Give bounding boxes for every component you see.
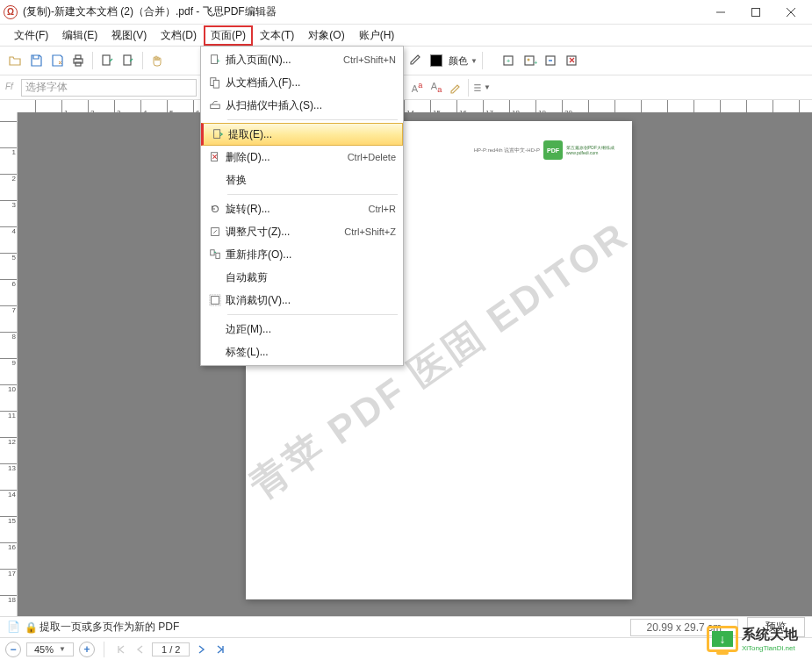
- menuitem-extract[interactable]: 提取(E)...: [201, 123, 403, 146]
- close-button[interactable]: [773, 0, 808, 25]
- hand-icon[interactable]: [147, 51, 167, 70]
- maximize-button[interactable]: [738, 0, 773, 25]
- menuitem-shortcut: Ctrl+Shift+N: [343, 54, 396, 65]
- svg-rect-23: [211, 104, 220, 108]
- insert-page-icon: +: [205, 54, 226, 66]
- menuitem-reorder[interactable]: 重新排序(O)...: [201, 243, 403, 266]
- status-hint: 提取一页或多页作为新的 PDF: [40, 620, 630, 635]
- svg-text:+: +: [217, 58, 220, 64]
- font-select[interactable]: 选择字体: [21, 79, 197, 97]
- page-header-text2: www.pdfedi.com: [566, 150, 614, 155]
- subscript-icon[interactable]: Aa: [427, 78, 446, 97]
- prev-page-button[interactable]: [133, 642, 148, 657]
- menuitem-resize[interactable]: 调整尺寸(Z)... Ctrl+Shift+Z: [201, 220, 403, 243]
- menuitem-uncrop[interactable]: 取消裁切(V)...: [201, 289, 403, 312]
- svg-rect-29: [212, 297, 219, 305]
- eyedropper-icon[interactable]: [405, 51, 424, 70]
- zoom-value-text: 45%: [34, 644, 54, 655]
- menu-edit[interactable]: 编辑(E): [55, 25, 104, 46]
- pdf-badge-icon: PDF: [543, 140, 563, 160]
- font-toolbar: Ff 选择字体 Aa Aa ▼: [0, 75, 812, 100]
- svg-rect-1: [752, 8, 760, 16]
- menuitem-label: 提取(E)...: [228, 127, 395, 142]
- zoom-in-button[interactable]: +: [79, 642, 95, 657]
- page-header-line: HP-P:red4th 说置中文-HD-P: [474, 147, 540, 154]
- first-page-button[interactable]: [113, 642, 129, 657]
- menu-document[interactable]: 文档(D): [154, 25, 204, 46]
- canvas-area[interactable]: HP-P:red4th 说置中文-HD-P PDF 第五篇原创PDF大纲练成 w…: [18, 112, 812, 616]
- menu-view[interactable]: 视图(V): [104, 25, 154, 46]
- menuitem-label: 取消裁切(V)...: [226, 293, 396, 308]
- page-number-field[interactable]: 1 / 2: [152, 642, 190, 656]
- highlight-icon[interactable]: [446, 78, 465, 97]
- svg-text:+: +: [534, 59, 537, 67]
- app-icon: Ω: [4, 5, 18, 19]
- menuitem-replace[interactable]: 替换: [201, 169, 403, 191]
- svg-rect-5: [75, 55, 81, 59]
- menu-separator: [227, 194, 398, 195]
- zoom-out-button[interactable]: −: [5, 642, 21, 657]
- menuitem-margins[interactable]: 边距(M)...: [201, 318, 403, 341]
- svg-rect-28: [216, 253, 219, 258]
- reorder-icon: [205, 248, 226, 261]
- page-dropdown-menu: + 插入页面(N)... Ctrl+Shift+N 从文档插入(F)... 从扫…: [200, 46, 404, 366]
- menuitem-labels[interactable]: 标签(L)...: [201, 341, 403, 363]
- menuitem-label: 标签(L)...: [226, 345, 396, 360]
- menubar: 文件(F) 编辑(E) 视图(V) 文档(D) 页面(P) 文本(T) 对象(O…: [0, 25, 812, 46]
- paste-page-icon[interactable]: [119, 51, 138, 70]
- save-icon[interactable]: [26, 51, 46, 70]
- menu-text[interactable]: 文本(T): [253, 25, 301, 46]
- lock-icon: 🔒: [25, 621, 38, 634]
- zoom-value[interactable]: 45%▼: [26, 642, 74, 656]
- add-text-icon[interactable]: +: [499, 51, 519, 70]
- site-watermark-badge: ↓ 系统天地 XiTongTianDi.net: [707, 620, 812, 658]
- menuitem-label: 删除(D)...: [226, 150, 348, 165]
- svg-point-12: [528, 59, 530, 61]
- line-spacing-icon[interactable]: ▼: [471, 78, 491, 97]
- menuitem-autocrop[interactable]: 自动裁剪: [201, 266, 403, 289]
- statusbar-upper: 📄 🔒 提取一页或多页作为新的 PDF 20.99 x 29.7 cm 预览: [0, 616, 812, 637]
- workspace: 1234567891011121314151617181920 HP-P:red…: [0, 112, 812, 616]
- menuitem-label: 替换: [226, 173, 396, 188]
- svg-rect-24: [214, 130, 220, 139]
- menu-page[interactable]: 页面(P): [204, 25, 253, 46]
- ruler-vertical: 1234567891011121314151617181920: [0, 112, 18, 616]
- last-page-button[interactable]: [212, 642, 228, 657]
- add-image-icon[interactable]: +: [521, 51, 540, 70]
- delete-object-icon[interactable]: [563, 51, 582, 70]
- copy-page-icon[interactable]: [97, 51, 117, 70]
- toolbar-area: 颜色 ▼ + +: [0, 46, 812, 75]
- menuitem-shortcut: Ctrl+Delete: [348, 152, 396, 162]
- menuitem-insert-from-scanner[interactable]: 从扫描仪中插入(S)...: [201, 94, 403, 117]
- menuitem-insert-from-doc[interactable]: 从文档插入(F)...: [201, 71, 403, 94]
- menuitem-label: 重新排序(O)...: [226, 248, 396, 262]
- fill-color-icon[interactable]: [426, 51, 445, 70]
- superscript-icon[interactable]: Aa: [407, 78, 427, 97]
- open-icon[interactable]: [5, 51, 25, 70]
- titlebar: Ω (复制)-新建文本文档 (2)（合并）.pdf - 飞思PDF编辑器: [0, 0, 812, 25]
- minimize-button[interactable]: [703, 0, 738, 25]
- svg-text:+: +: [507, 57, 511, 65]
- menuitem-insert-page[interactable]: + 插入页面(N)... Ctrl+Shift+N: [201, 48, 403, 71]
- resize-icon: [205, 226, 226, 238]
- menuitem-label: 旋转(R)...: [226, 202, 369, 217]
- color-dropdown-arrow-icon[interactable]: ▼: [471, 57, 478, 65]
- badge-en-text: XiTongTianDi.net: [742, 644, 798, 652]
- menu-object[interactable]: 对象(O): [301, 25, 351, 46]
- next-page-button[interactable]: [193, 642, 209, 657]
- add-link-icon[interactable]: [542, 51, 561, 70]
- hint-icon: 📄: [7, 621, 21, 635]
- menu-account[interactable]: 账户(H): [352, 25, 402, 46]
- svg-rect-8: [124, 55, 131, 65]
- saveas-icon[interactable]: [47, 51, 67, 70]
- menu-file[interactable]: 文件(F): [7, 25, 55, 46]
- monitor-icon: ↓: [707, 626, 738, 652]
- svg-rect-27: [211, 250, 214, 255]
- svg-rect-22: [213, 80, 219, 88]
- color-label: 颜色: [449, 54, 468, 68]
- print-icon[interactable]: [68, 51, 88, 70]
- menuitem-label: 自动裁剪: [226, 270, 396, 285]
- menuitem-rotate[interactable]: 旋转(R)... Ctrl+R: [201, 197, 403, 220]
- svg-rect-7: [103, 55, 110, 65]
- menuitem-delete[interactable]: 删除(D)... Ctrl+Delete: [201, 146, 403, 169]
